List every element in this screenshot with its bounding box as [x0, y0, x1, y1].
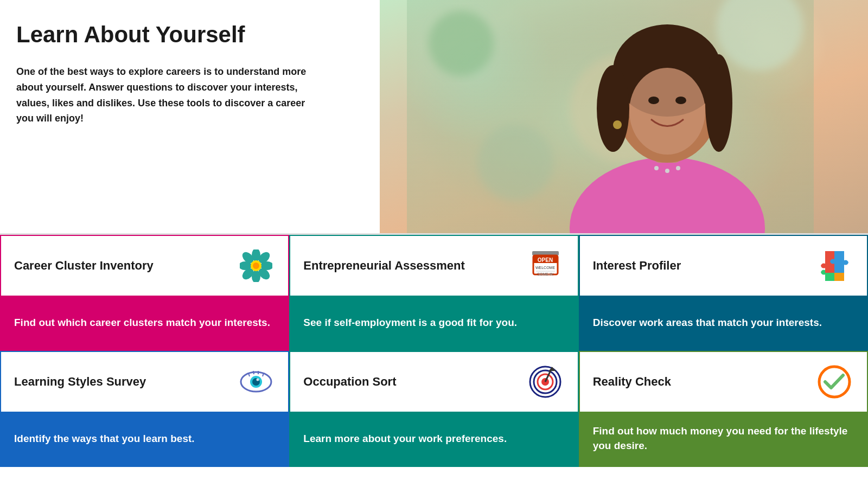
page-title: Learn About Yourself — [16, 22, 342, 48]
page-wrapper: Learn About Yourself One of the best way… — [0, 0, 868, 493]
svg-point-15 — [613, 120, 622, 129]
puzzle-icon — [816, 247, 854, 285]
card-interest-profiler-body: Discover work areas that match your inte… — [580, 296, 867, 350]
card-occupation-sort-header: Occupation Sort — [290, 352, 577, 412]
card-occupation-sort[interactable]: Occupation Sort Learn more about y — [289, 351, 578, 467]
svg-point-4 — [477, 125, 553, 201]
hero-description: One of the best ways to explore careers … — [16, 64, 315, 126]
card-interest-profiler-header: Interest Profiler — [580, 236, 867, 296]
target-icon — [527, 363, 565, 401]
card-reality-check-title: Reality Check — [593, 375, 816, 389]
card-interest-profiler-description: Discover work areas that match your inte… — [593, 316, 822, 330]
checkmark-icon — [816, 363, 854, 401]
cards-grid: Career Cluster Inventory — [0, 233, 868, 467]
card-entrepreneurial[interactable]: Entrepreneurial Assessment OPEN WELCOME … — [289, 235, 578, 351]
svg-point-10 — [597, 65, 629, 152]
card-reality-check-description: Find out how much money you need for the… — [593, 424, 854, 453]
card-career-cluster-header: Career Cluster Inventory — [1, 236, 288, 296]
card-learning-styles-description: Identify the ways that you learn best. — [14, 432, 195, 446]
card-learning-styles[interactable]: Learning Styles Survey — [0, 351, 289, 467]
svg-line-44 — [253, 371, 254, 374]
card-entrepreneurial-title: Entrepreneurial Assessment — [303, 259, 526, 273]
card-career-cluster-title: Career Cluster Inventory — [14, 259, 237, 273]
svg-point-14 — [675, 97, 686, 104]
hero-content: Learn About Yourself One of the best way… — [16, 22, 342, 126]
card-reality-check-header: Reality Check — [580, 352, 867, 412]
svg-point-42 — [256, 378, 259, 381]
svg-point-18 — [676, 166, 680, 170]
card-interest-profiler-title: Interest Profiler — [593, 259, 816, 273]
card-career-cluster-body: Find out which career clusters match you… — [1, 296, 288, 350]
svg-point-29 — [253, 262, 259, 269]
hero-illustration — [407, 0, 814, 233]
eye-icon — [237, 363, 275, 401]
flower-icon — [237, 247, 275, 285]
svg-point-1 — [429, 11, 494, 76]
card-learning-styles-title: Learning Styles Survey — [14, 375, 237, 389]
svg-text:WELCOME: WELCOME — [535, 266, 556, 270]
svg-point-17 — [665, 169, 669, 173]
svg-point-16 — [654, 166, 659, 170]
card-entrepreneurial-header: Entrepreneurial Assessment OPEN WELCOME … — [290, 236, 577, 296]
open-sign-icon: OPEN WELCOME COME IN — [527, 247, 565, 285]
card-career-cluster[interactable]: Career Cluster Inventory — [0, 235, 289, 351]
card-interest-profiler[interactable]: Interest Profiler Discover work areas th… — [579, 235, 868, 351]
card-career-cluster-description: Find out which career clusters match you… — [14, 316, 270, 330]
card-reality-check[interactable]: Reality Check Find out how much money yo… — [579, 351, 868, 467]
hero-section: Learn About Yourself One of the best way… — [0, 0, 868, 233]
svg-text:OPEN: OPEN — [538, 257, 553, 263]
svg-point-12 — [629, 68, 705, 155]
card-occupation-sort-title: Occupation Sort — [303, 375, 526, 389]
card-occupation-sort-description: Learn more about your work preferences. — [303, 432, 507, 446]
card-learning-styles-header: Learning Styles Survey — [1, 352, 288, 412]
svg-point-13 — [648, 97, 659, 104]
svg-point-11 — [705, 54, 732, 152]
card-reality-check-body: Find out how much money you need for the… — [580, 412, 867, 466]
card-entrepreneurial-body: See if self-employment is a good fit for… — [290, 296, 577, 350]
card-learning-styles-body: Identify the ways that you learn best. — [1, 412, 288, 466]
card-occupation-sort-body: Learn more about your work preferences. — [290, 412, 577, 466]
card-entrepreneurial-description: See if self-employment is a good fit for… — [303, 316, 517, 330]
